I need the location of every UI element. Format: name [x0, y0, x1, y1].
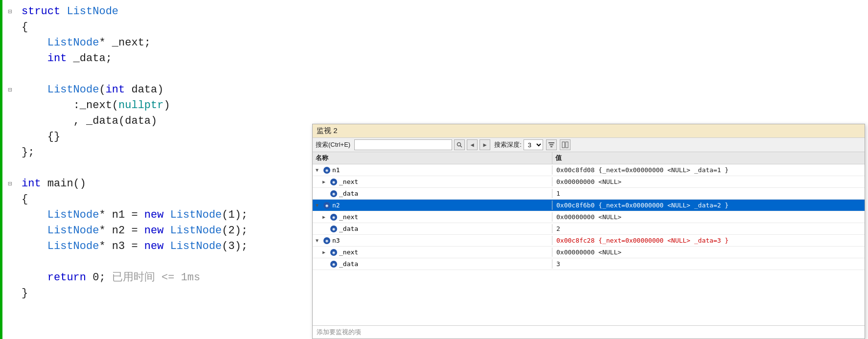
cell-value-n3: 0x00c8fc28 {_next=0x00000000 <NULL> _dat…: [552, 236, 865, 245]
toolbar-icon-2[interactable]: [560, 139, 571, 150]
n3-next-name: _next: [339, 249, 358, 256]
collapse-struct-icon[interactable]: ⊟: [8, 4, 18, 20]
expand-n3-icon[interactable]: ▼: [316, 238, 321, 243]
value-column-header: 值: [552, 152, 865, 164]
cell-name-n2-data: ▶ ◉ _data: [313, 224, 552, 233]
svg-point-0: [457, 143, 461, 146]
return-code: return 0; 已用时间 <= 1ms: [18, 270, 200, 286]
var-icon-n1-next: ◉: [330, 179, 337, 185]
expand-n3-next-icon[interactable]: ▶: [322, 249, 328, 255]
n1-name: n1: [332, 166, 340, 174]
cell-value-n1-next: 0x00000000 <NULL>: [552, 177, 865, 186]
main-brace-close-line: }: [5, 286, 308, 301]
table-row[interactable]: ▶ ◉ _next 0x00000000 <NULL>: [313, 247, 865, 258]
cell-name-n3-data: ▶ ◉ _data: [313, 259, 552, 269]
expand-n2-icon[interactable]: ▼: [316, 203, 321, 208]
var-icon-n1: ◉: [323, 167, 330, 174]
cell-name-n2: ▼ ◉ n2: [313, 201, 552, 210]
svg-rect-6: [566, 142, 568, 148]
search-icon: [457, 142, 462, 148]
expand-n1-icon[interactable]: ▼: [316, 167, 321, 173]
svg-line-1: [460, 146, 462, 148]
table-row[interactable]: ▶ ◉ _data 2: [313, 223, 865, 235]
struct-code: struct ListNode: [18, 4, 118, 20]
n2-data-name: _data: [339, 225, 358, 232]
var-icon-n2: ◉: [323, 202, 330, 209]
n3-code: ListNode* n3 = new ListNode(3);: [18, 239, 248, 254]
n3-decl-line: ListNode* n3 = new ListNode(3);: [5, 239, 308, 254]
cell-value-n1: 0x00c8fd08 {_next=0x00000000 <NULL> _dat…: [552, 165, 865, 175]
expand-n1-next-icon[interactable]: ▶: [322, 179, 328, 184]
depth-select[interactable]: 3 1 2 4 5: [524, 139, 543, 150]
cell-name-n1: ▼ ◉ n1: [313, 165, 552, 175]
code-content: ⊟ struct ListNode { ListNode* _next; int…: [5, 4, 308, 301]
cell-value-n2: 0x00c8f6b0 {_next=0x00000000 <NULL> _dat…: [552, 201, 865, 210]
table-row[interactable]: ▼ ◉ n1 0x00c8fd08 {_next=0x00000000 <NUL…: [313, 164, 865, 176]
table-row[interactable]: ▶ ◉ _data 3: [313, 258, 865, 270]
empty-line-1: [5, 67, 308, 82]
collapse-main-icon[interactable]: ⊟: [8, 176, 18, 192]
cell-name-n1-next: ▶ ◉ _next: [313, 177, 552, 186]
columns-icon: [562, 141, 569, 148]
depth-label: 搜索深度:: [494, 140, 522, 149]
table-row[interactable]: ▼ ◉ n2 0x00c8f6b0 {_next=0x00000000 <NUL…: [313, 200, 865, 211]
var-icon-n1-data: ◉: [330, 190, 337, 197]
n2-decl-line: ListNode* n2 = new ListNode(2);: [5, 223, 308, 239]
cell-value-n3-data: 3: [552, 259, 865, 269]
next-field-line: ListNode* _next;: [5, 35, 308, 51]
watch-panel: 监视 2 搜索(Ctrl+E) ◀ ▶ 搜索深度: 3 1 2 4 5: [312, 124, 865, 339]
struct-close-line: };: [5, 145, 308, 160]
forward-btn[interactable]: ▶: [480, 139, 490, 150]
cell-value-n2-data: 2: [552, 224, 865, 233]
struct-close-code: };: [18, 145, 34, 160]
cell-name-n3: ▼ ◉ n3: [313, 236, 552, 245]
cell-name-n2-next: ▶ ◉ _next: [313, 212, 552, 222]
ctor-line: ⊟ ListNode(int data): [5, 82, 308, 98]
var-icon-n2-next: ◉: [330, 214, 337, 221]
var-icon-n3: ◉: [323, 237, 330, 244]
main-brace-open-line: {: [5, 192, 308, 207]
table-row[interactable]: ▶ ◉ _data 1: [313, 188, 865, 200]
brace-open-line: {: [5, 20, 308, 35]
toolbar-icon-1[interactable]: [546, 139, 557, 150]
table-row[interactable]: ▶ ◉ _next 0x00000000 <NULL>: [313, 176, 865, 188]
add-watch-label: 添加要监视的项: [317, 328, 361, 336]
next-field-code: ListNode* _next;: [18, 35, 151, 51]
cell-name-n3-next: ▶ ◉ _next: [313, 248, 552, 257]
filter-icon: [548, 141, 555, 148]
return-line: return 0; 已用时间 <= 1ms: [5, 270, 308, 286]
svg-rect-5: [562, 142, 565, 148]
var-icon-n2-data: ◉: [330, 226, 337, 232]
code-panel: ⊟ struct ListNode { ListNode* _next; int…: [0, 0, 308, 339]
data-field-code: int _data;: [18, 51, 112, 67]
init2-line: , _data(data): [5, 113, 308, 129]
cell-value-n3-next: 0x00000000 <NULL>: [552, 248, 865, 257]
data-field-line: int _data;: [5, 51, 308, 67]
table-header: 名称 值: [313, 152, 865, 164]
n1-next-name: _next: [339, 178, 358, 185]
search-input[interactable]: [354, 139, 452, 150]
green-bar: [0, 0, 2, 339]
svg-rect-2: [548, 142, 554, 143]
collapse-ctor-icon[interactable]: ⊟: [8, 82, 18, 98]
svg-rect-4: [550, 146, 552, 147]
n3-name: n3: [332, 237, 340, 244]
main-code: int main(): [18, 176, 86, 192]
cell-value-n1-data: 1: [552, 189, 865, 198]
n1-decl-line: ListNode* n1 = new ListNode(1);: [5, 207, 308, 223]
add-watch-row[interactable]: 添加要监视的项: [313, 325, 865, 339]
watch-title-bar: 监视 2: [313, 124, 865, 138]
table-row[interactable]: ▼ ◉ n3 0x00c8fc28 {_next=0x00000000 <NUL…: [313, 235, 865, 247]
back-btn[interactable]: ◀: [467, 139, 478, 150]
ctor-brace-code: {}: [18, 129, 60, 145]
search-icon-btn[interactable]: [454, 139, 465, 150]
n2-code: ListNode* n2 = new ListNode(2);: [18, 223, 248, 239]
main-brace-close-code: }: [18, 286, 28, 301]
table-row[interactable]: ▶ ◉ _next 0x00000000 <NULL>: [313, 211, 865, 223]
init1-line: :_next(nullptr): [5, 98, 308, 113]
expand-n2-next-icon[interactable]: ▶: [322, 214, 328, 220]
ctor-brace-line: {}: [5, 129, 308, 145]
search-label: 搜索(Ctrl+E): [316, 140, 350, 149]
ctor-code: ListNode(int data): [18, 82, 163, 98]
n1-data-name: _data: [339, 190, 358, 197]
